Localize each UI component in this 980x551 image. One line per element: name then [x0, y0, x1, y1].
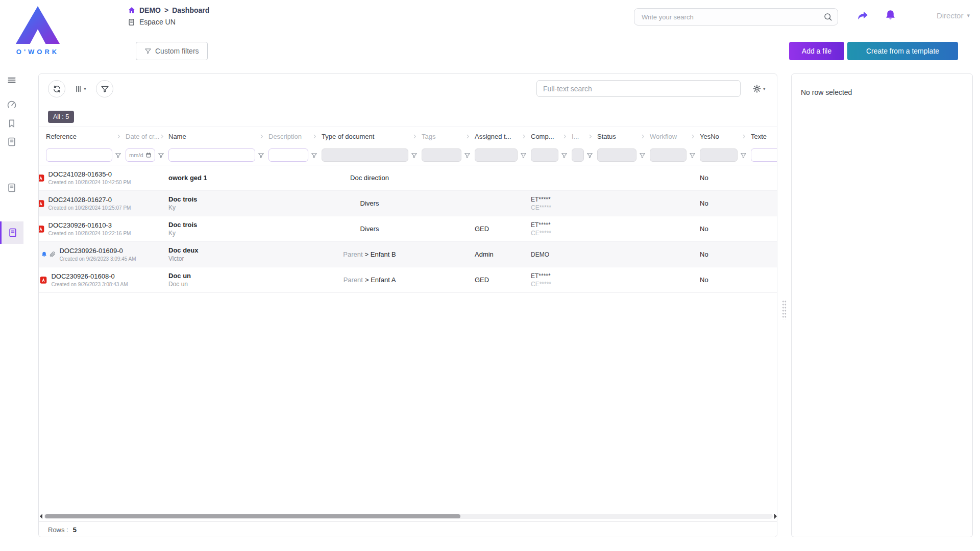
cell-reference: DOC230926-01609-0Created on 9/26/2023 3:…: [44, 242, 124, 267]
cell-company: ET*****CE*****: [529, 267, 570, 292]
filter-funnel-icon[interactable]: [586, 152, 593, 159]
table-row[interactable]: DOC230926-01608-0Created on 9/26/2023 3:…: [39, 267, 777, 293]
scroll-right-icon[interactable]: [774, 514, 777, 519]
cell-workflow: [648, 267, 698, 292]
column-chevron-icon[interactable]: [587, 134, 593, 139]
column-header-reference[interactable]: Reference: [44, 127, 124, 145]
cell-type-of-document: Parent> Enfant B: [320, 242, 420, 267]
scroll-left-icon[interactable]: [40, 514, 42, 519]
horizontal-scrollbar[interactable]: [40, 513, 777, 519]
fulltext-search-input[interactable]: [543, 85, 734, 93]
table-row[interactable]: DOC230926-01610-3Created on 10/28/2024 1…: [39, 216, 777, 242]
column-filter-input-description[interactable]: [268, 148, 308, 162]
search-icon[interactable]: [823, 12, 832, 21]
active-documents-icon: [8, 228, 18, 238]
column-chevron-icon[interactable]: [640, 134, 646, 139]
filter-funnel-icon[interactable]: [411, 152, 418, 159]
column-header-texte[interactable]: Texte: [749, 127, 777, 145]
column-chevron-icon[interactable]: [116, 134, 121, 139]
date-filter-input[interactable]: mm/d: [126, 148, 155, 162]
funnel-icon: [144, 47, 152, 55]
menu-icon[interactable]: [7, 75, 17, 85]
refresh-button[interactable]: [48, 80, 65, 97]
column-header-company[interactable]: Comp...: [529, 127, 570, 145]
table-row[interactable]: DOC241028-01635-0Created on 10/28/2024 1…: [39, 165, 777, 191]
filter-button[interactable]: [96, 80, 113, 97]
user-role-dropdown[interactable]: Director ▾: [937, 11, 970, 20]
archive-documents-icon[interactable]: [7, 183, 17, 193]
add-file-button[interactable]: Add a file: [789, 42, 844, 60]
global-search-input[interactable]: [642, 13, 823, 21]
column-header-description[interactable]: Description: [266, 127, 320, 145]
sidebar-item-active-documents[interactable]: [0, 221, 23, 244]
column-chevron-icon[interactable]: [562, 134, 568, 139]
breadcrumb-root[interactable]: DEMO: [139, 6, 161, 14]
home-icon[interactable]: [128, 6, 136, 14]
column-chevron-icon[interactable]: [690, 134, 696, 139]
column-chevron-icon[interactable]: [259, 134, 264, 139]
filter-funnel-icon[interactable]: [561, 152, 568, 159]
column-header-i[interactable]: I...: [570, 127, 595, 145]
bookmarks-icon[interactable]: [7, 118, 17, 129]
table-filter-row: mm/d: [39, 145, 777, 165]
filter-funnel-icon[interactable]: [115, 152, 121, 159]
brand-logo[interactable]: O'WORK: [7, 5, 68, 56]
cell-name: Doc deuxVictor: [166, 242, 266, 267]
filter-funnel-icon[interactable]: [158, 152, 164, 159]
column-label: Assigned t...: [475, 133, 511, 140]
calendar-icon[interactable]: [145, 152, 152, 158]
column-header-tags[interactable]: Tags: [420, 127, 473, 145]
table-row[interactable]: DOC230926-01609-0Created on 9/26/2023 3:…: [39, 242, 777, 267]
documents-icon[interactable]: [7, 137, 17, 147]
cell-description: [266, 216, 320, 241]
filter-funnel-icon[interactable]: [258, 152, 264, 159]
column-chevron-icon[interactable]: [521, 134, 527, 139]
scrollbar-thumb[interactable]: [45, 514, 460, 518]
breadcrumb-current[interactable]: Dashboard: [172, 6, 209, 14]
type-plain: Divers: [360, 225, 379, 233]
column-chevron-icon[interactable]: [159, 134, 165, 139]
filter-funnel-icon[interactable]: [311, 152, 317, 159]
document-list-panel: ▾ ▾ All : 5 ReferenceDate of cr...NameDe…: [38, 73, 777, 537]
column-header-status[interactable]: Status: [595, 127, 648, 145]
notifications-bell-icon[interactable]: [884, 9, 897, 21]
column-chevron-icon[interactable]: [741, 134, 747, 139]
filter-funnel-icon[interactable]: [639, 152, 646, 159]
create-template-button[interactable]: Create from a template: [847, 42, 958, 60]
dashboard-icon[interactable]: [7, 99, 17, 110]
column-filter-input-name[interactable]: [168, 148, 255, 162]
column-header-workflow[interactable]: Workflow: [648, 127, 698, 145]
filter-funnel-icon[interactable]: [464, 152, 471, 159]
column-header-date-of-creation[interactable]: Date of cr...: [124, 127, 166, 145]
share-icon[interactable]: [856, 9, 869, 22]
filter-cell-assigned-to: [473, 148, 529, 162]
global-search[interactable]: [634, 8, 838, 26]
column-header-type-of-document[interactable]: Type of document: [320, 127, 420, 145]
column-filter-input-reference[interactable]: [46, 148, 112, 162]
settings-button[interactable]: ▾: [752, 81, 766, 96]
cell-assigned-to: Admin: [473, 242, 529, 267]
column-header-yesno[interactable]: YesNo: [698, 127, 749, 145]
column-label: Description: [268, 133, 302, 140]
column-header-assigned-to[interactable]: Assigned t...: [473, 127, 529, 145]
filter-cell-company: [529, 148, 570, 162]
scrollbar-track[interactable]: [44, 514, 773, 519]
filter-funnel-icon[interactable]: [520, 152, 527, 159]
column-filter-input-texte[interactable]: [751, 148, 777, 162]
columns-button[interactable]: ▾: [71, 80, 89, 97]
panel-resize-handle[interactable]: [782, 300, 787, 319]
tab-all[interactable]: All : 5: [48, 111, 74, 123]
custom-filters-button[interactable]: Custom filters: [136, 42, 208, 60]
column-chevron-icon[interactable]: [412, 134, 418, 139]
filter-funnel-icon[interactable]: [689, 152, 696, 159]
filter-funnel-icon[interactable]: [740, 152, 747, 159]
column-chevron-icon[interactable]: [465, 134, 471, 139]
column-header-name[interactable]: Name: [166, 127, 266, 145]
cell-date-of-creation: [124, 191, 166, 216]
fulltext-search[interactable]: [536, 80, 741, 97]
paperclip-icon: [49, 251, 56, 258]
column-chevron-icon[interactable]: [312, 134, 317, 139]
table-row[interactable]: DOC241028-01627-0Created on 10/28/2024 1…: [39, 191, 777, 216]
column-label: Type of document: [322, 133, 374, 140]
column-filter-input-tags: [422, 148, 461, 162]
